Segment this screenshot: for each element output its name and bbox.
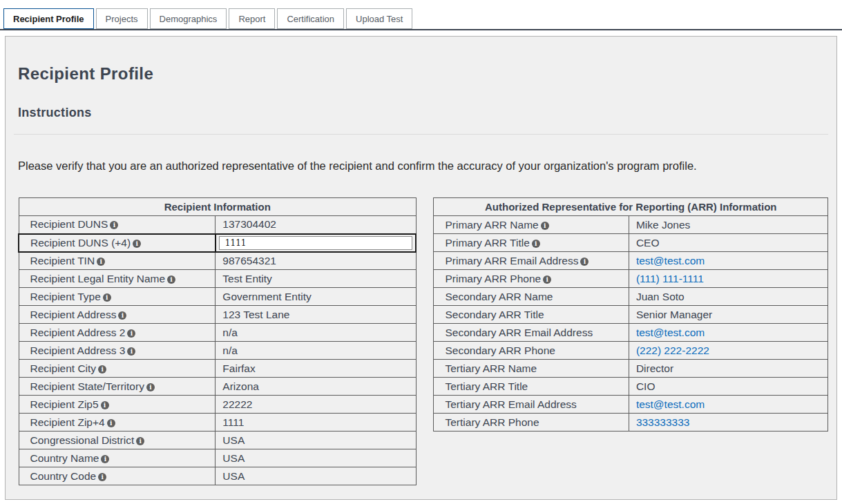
row-label-cell: Primary ARR Namei [434, 216, 629, 234]
info-icon[interactable]: i [580, 258, 589, 266]
tab-report[interactable]: Report [229, 8, 275, 29]
row-value-link[interactable]: (222) 222-2222 [636, 345, 709, 356]
info-icon[interactable]: i [107, 419, 115, 427]
row-label: Recipient Zip5 [30, 398, 99, 410]
row-value-link[interactable]: test@test.com [636, 327, 705, 338]
row-value: 123 Test Lane [222, 309, 289, 320]
row-label: Recipient TIN [30, 255, 95, 266]
table-row: Recipient Addressi123 Test Lane [19, 306, 416, 324]
table-row: Recipient Zip+4i1111 [19, 414, 416, 432]
row-label: Recipient DUNS (+4) [30, 237, 131, 249]
row-value: Mike Jones [636, 219, 690, 231]
row-value-link[interactable]: test@test.com [636, 255, 705, 266]
row-value: CIO [636, 380, 656, 392]
row-label-cell: Recipient TINi [19, 252, 216, 270]
tab-certification[interactable]: Certification [277, 8, 344, 29]
row-value-cell: 987654321 [216, 252, 417, 270]
row-label-cell: Recipient Addressi [19, 306, 216, 324]
row-label-cell: Recipient Zip+4i [19, 414, 216, 432]
row-label: Congressional District [30, 434, 135, 446]
row-value: CEO [636, 237, 660, 249]
tab-projects[interactable]: Projects [96, 8, 148, 29]
row-value-cell: USA [216, 449, 417, 467]
table-row: Recipient CityiFairfax [19, 360, 416, 378]
table-row: Secondary ARR TitleSenior Manager [434, 306, 828, 324]
row-value-link[interactable]: 333333333 [636, 416, 690, 428]
row-value-cell: test@test.com [629, 252, 827, 270]
row-value: 137304402 [222, 218, 276, 230]
row-label-cell: Primary ARR Titlei [434, 234, 629, 252]
row-label-cell: Recipient Address 2i [19, 324, 216, 342]
tab-upload-test[interactable]: Upload Test [346, 8, 412, 29]
tab-recipient-profile[interactable]: Recipient Profile [3, 8, 94, 29]
info-icon[interactable]: i [118, 311, 126, 320]
info-icon[interactable]: i [167, 275, 175, 284]
info-icon[interactable]: i [541, 222, 549, 230]
instructions-heading: Instructions [18, 106, 828, 120]
tab-bar: Recipient ProfileProjectsDemographicsRep… [0, 0, 842, 30]
info-icon[interactable]: i [133, 240, 141, 248]
row-value-cell: 333333333 [629, 414, 827, 432]
row-value-cell: test@test.com [629, 396, 827, 414]
table-row: Recipient State/TerritoryiArizona [19, 378, 416, 396]
row-label-cell: Recipient State/Territoryi [19, 378, 216, 396]
table-row: Primary ARR NameiMike Jones [434, 216, 828, 234]
row-value-link[interactable]: test@test.com [636, 398, 705, 410]
page-title: Recipient Profile [18, 64, 828, 84]
info-icon[interactable]: i [98, 473, 106, 481]
row-label-cell: Recipient Cityi [19, 360, 216, 378]
row-value: USA [222, 434, 245, 446]
recipient-information-table: Recipient InformationRecipient DUNSi1373… [18, 197, 417, 485]
row-value-link[interactable]: (111) 111-1111 [636, 273, 704, 284]
row-value-cell: n/a [216, 324, 417, 342]
row-label-cell: Recipient DUNS (+4)i [19, 234, 216, 252]
info-icon[interactable]: i [101, 401, 109, 409]
recipient-duns-plus4-input[interactable] [219, 236, 413, 250]
row-label-cell: Primary ARR Email Addressi [434, 252, 629, 270]
info-icon[interactable]: i [532, 240, 540, 248]
row-value: 987654321 [222, 255, 276, 266]
table-header-row: Recipient Information [19, 198, 416, 216]
row-label: Tertiary ARR Email Address [445, 398, 576, 410]
info-icon[interactable]: i [127, 347, 135, 356]
intro-text: Please verify that you are an authorized… [18, 159, 828, 173]
row-label-cell: Primary ARR Phonei [434, 270, 629, 288]
info-icon[interactable]: i [127, 329, 135, 338]
info-icon[interactable]: i [98, 365, 106, 374]
row-value-cell [216, 234, 417, 252]
table-row: Tertiary ARR Email Addresstest@test.com [434, 396, 828, 414]
row-value-cell: n/a [216, 342, 417, 360]
row-value-cell: 22222 [216, 396, 417, 414]
info-icon[interactable]: i [136, 437, 144, 445]
info-icon[interactable]: i [146, 383, 155, 391]
row-value: Director [636, 362, 673, 374]
row-value: n/a [222, 345, 238, 356]
arr-information-table: Authorized Representative for Reporting … [433, 197, 828, 432]
row-label: Recipient Address [30, 309, 117, 320]
info-icon[interactable]: i [97, 258, 105, 266]
table-row: Primary ARR TitleiCEO [434, 234, 828, 252]
table-row: Recipient TINi987654321 [19, 252, 416, 270]
info-icon[interactable]: i [543, 275, 551, 284]
row-label: Tertiary ARR Phone [445, 416, 539, 428]
info-icon[interactable]: i [101, 455, 109, 463]
row-value-cell: CIO [629, 378, 827, 396]
row-label: Primary ARR Title [445, 237, 529, 249]
row-label: Recipient DUNS [30, 218, 108, 230]
info-icon[interactable]: i [110, 221, 118, 229]
table-row: Secondary ARR Email Addresstest@test.com [434, 324, 828, 342]
row-value-cell: 137304402 [216, 216, 417, 234]
row-value: Fairfax [222, 362, 255, 374]
table-row: Tertiary ARR NameDirector [434, 360, 828, 378]
row-value-cell: USA [216, 467, 417, 485]
row-label-cell: Recipient Legal Entity Namei [19, 270, 216, 288]
row-value: Senior Manager [636, 309, 712, 320]
table-row: Country CodeiUSA [19, 467, 416, 485]
table-row: Recipient Address 2in/a [19, 324, 416, 342]
tab-demographics[interactable]: Demographics [150, 8, 227, 29]
info-icon[interactable]: i [103, 293, 111, 302]
row-value-cell: Juan Soto [629, 288, 827, 306]
row-value: USA [222, 452, 245, 464]
row-label-cell: Tertiary ARR Title [434, 378, 629, 396]
row-value: Government Entity [222, 291, 311, 302]
